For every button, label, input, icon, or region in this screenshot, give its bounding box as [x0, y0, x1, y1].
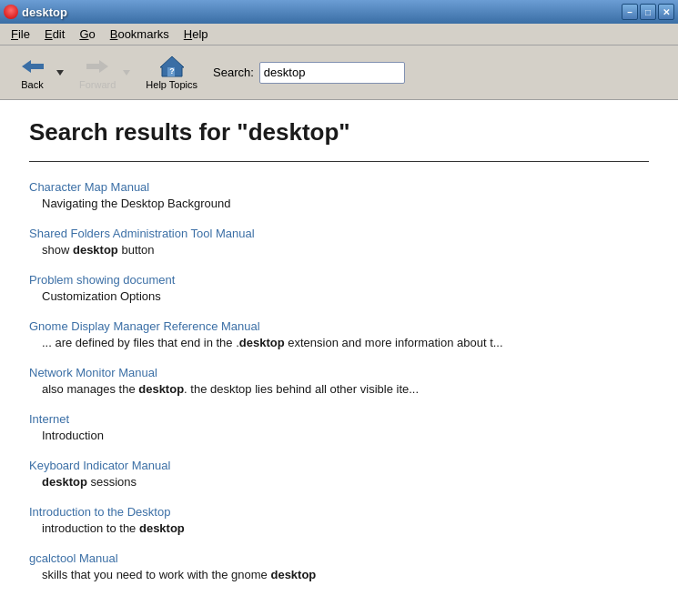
svg-text:?: ?: [169, 66, 175, 76]
toolbar: Back Forward: [0, 45, 678, 100]
menu-help[interactable]: Help: [177, 25, 216, 43]
help-topics-button[interactable]: ? Help Topics: [137, 49, 206, 96]
forward-label: Forward: [79, 79, 116, 90]
help-topics-label: Help Topics: [146, 79, 197, 90]
menu-go[interactable]: Go: [72, 25, 102, 43]
back-button[interactable]: Back: [7, 49, 53, 96]
help-topics-icon: ?: [158, 56, 186, 77]
maximize-button[interactable]: □: [640, 4, 656, 20]
result-link[interactable]: Keyboard Indicator Manual: [29, 459, 649, 472]
result-link[interactable]: Gnome Display Manager Reference Manual: [29, 319, 649, 333]
result-link[interactable]: Internet: [29, 412, 649, 426]
result-snippet: Navigating the Desktop Background: [42, 197, 649, 210]
result-link[interactable]: Shared Folders Administration Tool Manua…: [29, 227, 649, 240]
result-snippet: desktop sessions: [42, 475, 649, 489]
result-snippet: skills that you need to work with the gn…: [42, 568, 649, 581]
result-item: Character Map ManualNavigating the Deskt…: [29, 180, 649, 210]
svg-marker-2: [56, 70, 64, 76]
result-item: Introduction to the Desktopintroduction …: [29, 505, 649, 535]
result-snippet: Introduction: [42, 429, 649, 442]
result-link[interactable]: Introduction to the Desktop: [29, 505, 649, 519]
result-item: InternetIntroduction: [29, 412, 649, 442]
back-arrow-icon: [19, 56, 46, 77]
result-link[interactable]: Problem showing document: [29, 273, 649, 287]
svg-marker-5: [123, 70, 130, 76]
results-container: Character Map ManualNavigating the Deskt…: [29, 180, 649, 581]
result-item: Shared Folders Administration Tool Manua…: [29, 227, 649, 257]
back-label: Back: [21, 79, 43, 90]
result-snippet: also manages the desktop. the desktop li…: [42, 382, 649, 396]
search-heading: Search results for "desktop": [29, 118, 649, 146]
search-label: Search:: [213, 66, 254, 79]
menubar: File Edit Go Bookmarks Help: [0, 24, 678, 45]
back-dropdown-button[interactable]: [53, 49, 67, 96]
close-button[interactable]: ✕: [658, 4, 674, 20]
search-input[interactable]: [259, 62, 405, 84]
result-link[interactable]: Network Monitor Manual: [29, 366, 649, 379]
result-item: Gnome Display Manager Reference Manual..…: [29, 319, 649, 349]
titlebar-left: desktop: [4, 5, 67, 19]
result-item: Keyboard Indicator Manualdesktop session…: [29, 459, 649, 489]
svg-rect-1: [29, 64, 44, 69]
forward-button[interactable]: Forward: [71, 49, 119, 96]
result-divider: [29, 161, 649, 162]
result-snippet: ... are defined by files that end in the…: [42, 336, 649, 349]
result-snippet: Customization Options: [42, 289, 649, 303]
forward-arrow-icon: [84, 56, 111, 77]
minimize-button[interactable]: –: [622, 4, 638, 20]
result-link[interactable]: Character Map Manual: [29, 180, 649, 194]
menu-bookmarks[interactable]: Bookmarks: [103, 25, 177, 43]
search-area: Search:: [213, 62, 405, 84]
svg-rect-4: [86, 64, 101, 69]
result-snippet: introduction to the desktop: [42, 521, 649, 535]
result-snippet: show desktop button: [42, 243, 649, 257]
result-item: Problem showing documentCustomization Op…: [29, 273, 649, 303]
result-link[interactable]: gcalctool Manual: [29, 551, 649, 565]
window-title: desktop: [22, 5, 67, 19]
content-wrapper: Search results for "desktop" Character M…: [0, 100, 678, 616]
forward-dropdown-button[interactable]: [119, 49, 134, 96]
menu-edit[interactable]: Edit: [37, 25, 72, 43]
titlebar: desktop – □ ✕: [0, 0, 678, 24]
app-icon: [4, 5, 18, 19]
titlebar-buttons: – □ ✕: [622, 4, 674, 20]
result-item: Network Monitor Manualalso manages the d…: [29, 366, 649, 396]
result-item: gcalctool Manualskills that you need to …: [29, 551, 649, 581]
menu-file[interactable]: File: [4, 25, 37, 43]
content-area[interactable]: Search results for "desktop" Character M…: [0, 100, 678, 616]
